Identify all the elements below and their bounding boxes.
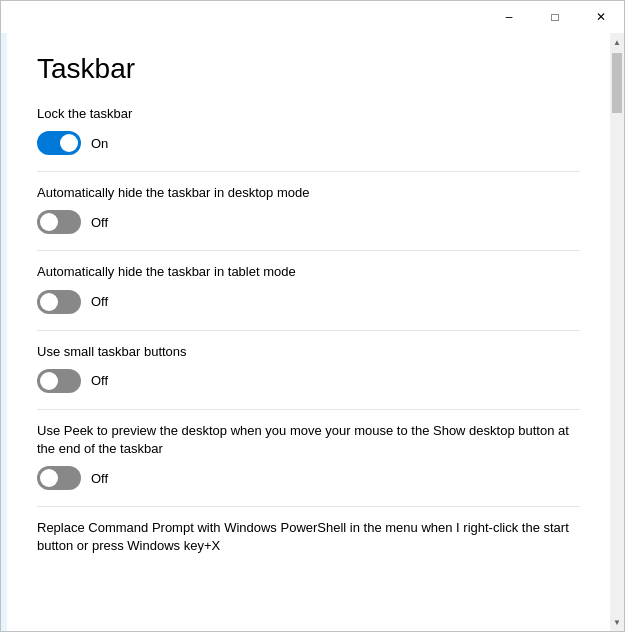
title-bar: – □ ✕ bbox=[1, 1, 624, 33]
peek-preview-toggle[interactable] bbox=[37, 466, 81, 490]
peek-preview-label: Use Peek to preview the desktop when you… bbox=[37, 422, 580, 458]
lock-taskbar-row: On bbox=[37, 131, 580, 155]
setting-lock-taskbar: Lock the taskbar On bbox=[37, 105, 580, 155]
minimize-button[interactable]: – bbox=[486, 1, 532, 33]
hide-tablet-thumb bbox=[40, 293, 58, 311]
title-bar-buttons: – □ ✕ bbox=[486, 1, 624, 33]
divider-3 bbox=[37, 330, 580, 331]
footer-text: Replace Command Prompt with Windows Powe… bbox=[37, 519, 580, 555]
scrollbar[interactable]: ▲ ▼ bbox=[610, 33, 624, 631]
setting-hide-desktop: Automatically hide the taskbar in deskto… bbox=[37, 184, 580, 234]
small-buttons-label: Use small taskbar buttons bbox=[37, 343, 580, 361]
hide-desktop-row: Off bbox=[37, 210, 580, 234]
small-buttons-toggle[interactable] bbox=[37, 369, 81, 393]
hide-tablet-status: Off bbox=[91, 294, 108, 309]
small-buttons-thumb bbox=[40, 372, 58, 390]
setting-peek-preview: Use Peek to preview the desktop when you… bbox=[37, 422, 580, 490]
peek-preview-row: Off bbox=[37, 466, 580, 490]
setting-small-buttons: Use small taskbar buttons Off bbox=[37, 343, 580, 393]
peek-preview-thumb bbox=[40, 469, 58, 487]
content-area: Taskbar Lock the taskbar On Automaticall… bbox=[1, 33, 624, 631]
hide-desktop-toggle[interactable] bbox=[37, 210, 81, 234]
close-button[interactable]: ✕ bbox=[578, 1, 624, 33]
hide-tablet-toggle[interactable] bbox=[37, 290, 81, 314]
divider-4 bbox=[37, 409, 580, 410]
scrollbar-up-button[interactable]: ▲ bbox=[610, 33, 624, 51]
lock-taskbar-toggle[interactable] bbox=[37, 131, 81, 155]
settings-window: – □ ✕ Taskbar Lock the taskbar On bbox=[0, 0, 625, 632]
lock-taskbar-status: On bbox=[91, 136, 108, 151]
divider-2 bbox=[37, 250, 580, 251]
setting-hide-tablet: Automatically hide the taskbar in tablet… bbox=[37, 263, 580, 313]
small-buttons-status: Off bbox=[91, 373, 108, 388]
hide-tablet-label: Automatically hide the taskbar in tablet… bbox=[37, 263, 580, 281]
scrollbar-down-button[interactable]: ▼ bbox=[610, 613, 624, 631]
scrollbar-thumb[interactable] bbox=[612, 53, 622, 113]
divider-1 bbox=[37, 171, 580, 172]
peek-preview-status: Off bbox=[91, 471, 108, 486]
hide-desktop-status: Off bbox=[91, 215, 108, 230]
hide-tablet-row: Off bbox=[37, 290, 580, 314]
lock-taskbar-label: Lock the taskbar bbox=[37, 105, 580, 123]
page-title: Taskbar bbox=[37, 53, 580, 85]
small-buttons-row: Off bbox=[37, 369, 580, 393]
main-content: Taskbar Lock the taskbar On Automaticall… bbox=[7, 33, 610, 631]
maximize-button[interactable]: □ bbox=[532, 1, 578, 33]
hide-desktop-label: Automatically hide the taskbar in deskto… bbox=[37, 184, 580, 202]
divider-5 bbox=[37, 506, 580, 507]
